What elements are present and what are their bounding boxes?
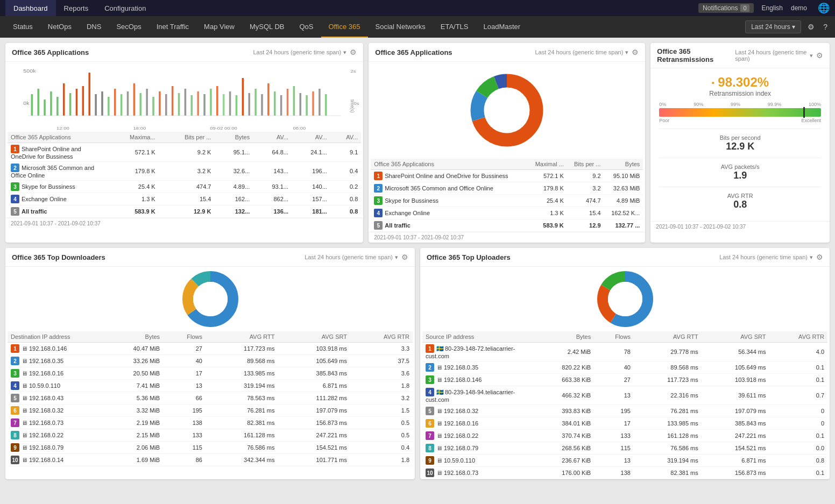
table-row: 6🖥192.168.0.32 3.32 MiB 195 76.281 ms 19… xyxy=(8,404,413,417)
svg-rect-40 xyxy=(229,91,231,116)
pc-icon: 🖥 xyxy=(436,377,442,383)
svg-text:18:00: 18:00 xyxy=(133,126,146,131)
col2-bytes: Bytes xyxy=(604,159,643,170)
panel4-table: Destination IP address Bytes Flows AVG R… xyxy=(8,331,413,466)
help-icon[interactable]: ? xyxy=(821,20,830,33)
table-row: 2🖥192.168.0.35 820.22 KiB 40 89.568 ms 1… xyxy=(422,361,827,374)
panel2-gear-icon[interactable]: ⚙ xyxy=(632,48,639,56)
panel-office365-apps-chart: Office 365 Applications Last 24 hours (g… xyxy=(5,43,363,243)
col-av2: AV... xyxy=(292,132,330,143)
table-row: 4🇸🇪80-239-148-94.teliacarrier-cust.com 4… xyxy=(422,386,827,405)
time-selector[interactable]: Last 24 hours ▾ xyxy=(745,20,801,33)
retrans-value: 98.302% xyxy=(718,75,769,90)
user-menu[interactable]: demo xyxy=(791,4,807,12)
col-av3: AV... xyxy=(330,132,361,143)
table-row: 3Skype for Bussiness 25.4 K 474.7 4.89 M… xyxy=(371,195,643,207)
col-av1: AV... xyxy=(253,132,292,143)
svg-rect-45 xyxy=(261,94,263,116)
tab-loadmaster[interactable]: LoadMaster xyxy=(476,16,528,38)
svg-rect-14 xyxy=(63,83,65,116)
second-navigation: Status NetOps DNS SecOps Inet Traffic Ma… xyxy=(0,16,835,38)
nav-configuration[interactable]: Configuration xyxy=(96,0,154,16)
table-row: 4Exchange Online 1.3 K 15.4 162.52 K... xyxy=(371,207,643,219)
tab-qos[interactable]: QoS xyxy=(292,16,321,38)
table-row: 5🖥192.168.0.32 393.83 KiB 195 76.281 ms … xyxy=(422,405,827,417)
svg-rect-31 xyxy=(172,86,174,116)
table-row: 1🇸🇪80-239-148-72.teliacarrier-cust.com 2… xyxy=(422,343,827,361)
nav-right-controls: Last 24 hours ▾ ⚙ ? xyxy=(745,20,830,33)
svg-rect-11 xyxy=(44,100,46,116)
tab-inet-traffic[interactable]: Inet Traffic xyxy=(149,16,196,38)
pc-icon: 🖥 xyxy=(22,345,27,352)
excellent-label: Excellent xyxy=(801,118,821,123)
nav-reports[interactable]: Reports xyxy=(56,0,97,16)
svg-text:09-02 00:00: 09-02 00:00 xyxy=(210,126,237,131)
panel1-footer: 2021-09-01 10:37 - 2021-09-02 10:37 xyxy=(5,218,363,229)
svg-rect-24 xyxy=(127,91,129,116)
notifications-count: 0 xyxy=(740,4,749,12)
tab-map-view[interactable]: Map View xyxy=(196,16,242,38)
tab-social-networks[interactable]: Social Networks xyxy=(368,16,433,38)
tab-office365[interactable]: Office 365 xyxy=(321,16,368,38)
tab-mysql-db[interactable]: MySQL DB xyxy=(242,16,292,38)
table-row: 9🖥192.168.0.79 2.06 MiB 115 76.586 ms 15… xyxy=(8,442,413,454)
col-bytes: Bytes xyxy=(214,132,253,143)
panel-office365-donut: Office 365 Applications Last 24 hours (g… xyxy=(369,43,645,243)
flag-icon: 🇸🇪 xyxy=(436,345,444,352)
panel-retransmissions: Office 365 Retransmissions Last 24 hours… xyxy=(650,43,830,243)
svg-point-61 xyxy=(484,88,529,133)
panel5-header: Office 365 Top Uploaders Last 24 hours (… xyxy=(420,248,830,267)
table-row: 1SharePoint Online and OneDrive for Buss… xyxy=(8,143,361,162)
panel4-title: Office 365 Top Downloaders xyxy=(12,253,105,261)
col5-srt: AVG SRT xyxy=(702,331,769,343)
table-row: 2🖥192.168.0.35 33.26 MiB 40 89.568 ms 10… xyxy=(8,355,413,367)
pc-icon: 🖥 xyxy=(436,432,442,439)
pc-icon: 🖥 xyxy=(436,470,442,476)
svg-rect-36 xyxy=(203,94,206,116)
svg-rect-41 xyxy=(236,95,238,116)
table-row: 10🖥192.168.0.73 176.00 KiB 138 82.381 ms… xyxy=(422,467,827,479)
pc-icon: 🖥 xyxy=(436,364,442,371)
panel5-table-container: Source IP address Bytes Flows AVG RTT AV… xyxy=(420,331,830,479)
col4-bytes: Bytes xyxy=(99,331,163,343)
svg-rect-39 xyxy=(223,94,225,116)
avg-rtr-label: AVG RTR xyxy=(659,193,821,199)
col4-dest: Destination IP address xyxy=(8,331,99,343)
svg-rect-35 xyxy=(197,91,199,116)
svg-rect-25 xyxy=(133,83,136,116)
tab-secops[interactable]: SecOps xyxy=(109,16,148,38)
settings-icon[interactable]: ⚙ xyxy=(805,20,817,33)
panel-row-1: Office 365 Applications Last 24 hours (g… xyxy=(5,43,830,243)
table-row: 9🖥10.59.0.110 236.67 KiB 13 319.194 ms 6… xyxy=(422,455,827,467)
notifications-button[interactable]: Notifications 0 xyxy=(698,3,754,13)
tab-dns[interactable]: DNS xyxy=(79,16,109,38)
tab-status[interactable]: Status xyxy=(5,16,40,38)
svg-rect-29 xyxy=(159,91,161,116)
bits-per-sec-section: Bits per second 12.9 K xyxy=(659,134,821,152)
panel5-gear-icon[interactable]: ⚙ xyxy=(816,253,823,261)
col4-rtr: AVG RTR xyxy=(350,331,413,343)
tab-eta-tls[interactable]: ETA/TLS xyxy=(433,16,476,38)
svg-point-69 xyxy=(193,282,228,316)
pc-icon: 🖥 xyxy=(22,420,27,426)
avg-packets-label: AVG packets/s xyxy=(659,164,821,170)
panel3-gear-icon[interactable]: ⚙ xyxy=(816,51,823,60)
panel1-gear-icon[interactable]: ⚙ xyxy=(350,48,357,56)
table-row: 2Microsoft 365 Common and Office Online … xyxy=(8,162,361,181)
svg-rect-52 xyxy=(306,95,308,116)
table-row: 3🖥192.168.0.146 663.38 KiB 27 117.723 ms… xyxy=(422,374,827,386)
svg-rect-53 xyxy=(312,91,314,116)
table-row: 8🖥192.168.0.22 2.15 MiB 133 161.128 ms 2… xyxy=(8,429,413,442)
col5-rtr: AVG RTR xyxy=(769,331,827,343)
col-app-name: Office 365 Applications xyxy=(8,132,104,143)
main-content: Office 365 Applications Last 24 hours (g… xyxy=(0,38,835,504)
panel1-title: Office 365 Applications xyxy=(12,48,89,56)
svg-text:12:00: 12:00 xyxy=(56,126,69,131)
panel4-gear-icon[interactable]: ⚙ xyxy=(401,253,408,261)
progress-bar xyxy=(659,108,821,117)
tab-netops[interactable]: NetOps xyxy=(40,16,79,38)
nav-dashboard[interactable]: Dashboard xyxy=(5,0,56,16)
panel1-header: Office 365 Applications Last 24 hours (g… xyxy=(5,43,363,62)
svg-rect-22 xyxy=(114,89,116,116)
language-selector[interactable]: English xyxy=(762,4,783,12)
